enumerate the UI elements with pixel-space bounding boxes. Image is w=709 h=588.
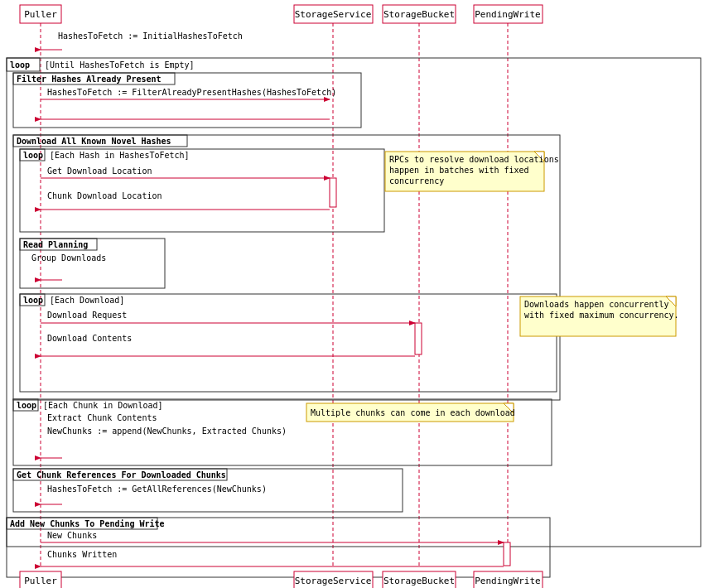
msg-filter: HashesToFetch := FilterAlreadyPresentHas…	[47, 88, 336, 97]
svg-rect-20	[20, 294, 557, 392]
msg-extract: Extract Chunk Contents	[47, 413, 157, 422]
act-pw-1	[504, 542, 510, 566]
frame-dankh-label: Download All Known Novel Hashes	[17, 137, 171, 146]
frame-loop3-guard: [Each Download]	[50, 296, 124, 305]
frame-anc-label: Add New Chunks To Pending Write	[10, 519, 165, 528]
msg-get-dl: Get Download Location	[47, 166, 152, 176]
msg-gcr: HashesToFetch := GetAllReferences(NewChu…	[47, 484, 267, 494]
frame-loop2-label: loop	[23, 151, 43, 160]
note-dl-1: Downloads happen concurrently	[524, 300, 669, 309]
label-ss-bottom: StorageService	[295, 576, 372, 586]
frame-loop4-label: loop	[17, 401, 36, 410]
act-ss-1	[330, 178, 336, 207]
label-pending-write-top: PendingWrite	[475, 9, 540, 20]
label-sb-bottom: StorageBucket	[383, 576, 455, 586]
frame-gcr-label: Get Chunk References For Downloaded Chun…	[17, 470, 226, 480]
diagram-svg: Puller StorageService StorageBucket Pend…	[0, 0, 709, 588]
frame-loop3-label: loop	[23, 296, 43, 305]
frame-loop4-guard: [Each Chunk in Download]	[43, 401, 163, 410]
label-storage-bucket-top: StorageBucket	[383, 9, 455, 20]
msg-hashes-init: HashesToFetch := InitialHashesToFetch	[58, 31, 243, 41]
note-chunks: Multiple chunks can come in each downloa…	[311, 408, 515, 417]
note-rpc-2: happen in batches with fixed	[389, 166, 529, 175]
note-rpc-1: RPCs to resolve download locations	[389, 155, 559, 164]
frame-rp-label: Read Planning	[23, 240, 88, 249]
label-puller-top: Puller	[24, 9, 57, 20]
msg-chunk-dl: Chunk Download Location	[47, 191, 162, 200]
msg-group: Group Downloads	[31, 253, 106, 263]
label-storage-service-top: StorageService	[295, 9, 372, 20]
frame-loop2-guard: [Each Hash in HashesToFetch]	[50, 151, 190, 160]
msg-newchunks: NewChunks := append(NewChunks, Extracted…	[47, 427, 287, 436]
frame-loop1-guard: [Until HashesToFetch is Empty]	[45, 60, 195, 70]
act-sb-1	[415, 323, 422, 354]
label-pw-bottom: PendingWrite	[475, 576, 540, 586]
msg-dl-req: Download Request	[47, 311, 127, 320]
note-rpc-3: concurrency	[389, 176, 444, 186]
note-dl-2: with fixed maximum concurrency.	[524, 311, 679, 320]
frame-filter-label: Filter Hashes Already Present	[17, 75, 162, 84]
msg-dl-contents: Download Contents	[47, 334, 132, 343]
msg-new-chunks: New Chunks	[47, 531, 97, 540]
frame-loop1-label: loop	[10, 60, 30, 70]
msg-cw: Chunks Written	[47, 550, 117, 559]
label-puller-bottom: Puller	[24, 576, 57, 586]
